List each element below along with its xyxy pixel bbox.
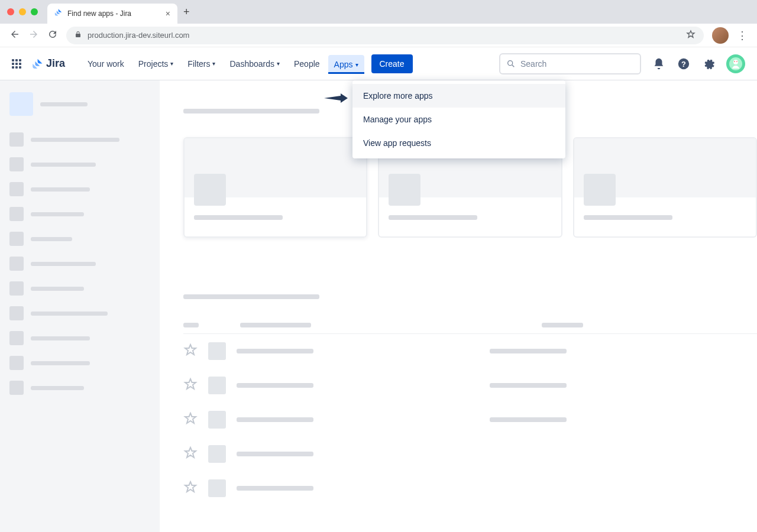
list-item[interactable] [183,368,757,403]
list-item[interactable] [183,437,757,471]
skeleton-icon [208,342,226,360]
nav-filters[interactable]: Filters▾ [182,54,221,73]
star-icon[interactable] [183,480,198,497]
sidebar [0,80,160,532]
skeleton-line [31,163,96,167]
sidebar-item[interactable] [9,279,150,298]
nav-people[interactable]: People [288,54,326,73]
help-icon[interactable]: ? [677,57,691,71]
sidebar-item[interactable] [9,229,150,248]
skeleton-line [490,417,567,422]
nav-label: Apps [334,60,353,69]
star-icon[interactable] [183,343,198,359]
jira-top-nav: Jira Your work Projects▾ Filters▾ Dashbo… [0,47,757,80]
skeleton-line [31,336,90,340]
back-button[interactable] [9,29,20,42]
maximize-window-button[interactable] [31,8,38,15]
svg-point-0 [508,60,513,65]
skeleton-icon [584,174,616,206]
sidebar-item[interactable] [9,205,150,223]
nav-label: Your work [88,59,124,69]
sidebar-item[interactable] [9,155,150,174]
minimize-window-button[interactable] [19,8,26,15]
dropdown-explore-apps[interactable]: Explore more apps [352,84,565,108]
forward-button[interactable] [28,29,39,42]
notifications-icon[interactable] [652,57,666,71]
jira-product-name: Jira [46,57,65,70]
settings-gear-icon[interactable] [701,57,716,71]
skeleton-icon [208,479,226,497]
card-header [185,138,366,197]
skeleton-line [490,349,567,353]
search-input[interactable]: Search [499,53,641,74]
skeleton-line [542,323,583,327]
skeleton-line [31,287,84,291]
dropdown-item-label: Explore more apps [363,91,433,100]
new-tab-button[interactable]: + [183,6,190,18]
section [183,294,757,505]
close-tab-icon[interactable]: × [166,9,170,18]
arrow-pointer-icon [324,92,348,106]
chevron-down-icon: ▾ [170,60,173,67]
nav-projects[interactable]: Projects▾ [132,54,180,73]
skeleton-line [237,417,313,422]
app-card[interactable] [573,137,757,238]
star-icon[interactable] [183,446,198,462]
skeleton-line [237,349,313,353]
reload-button[interactable] [47,29,58,42]
chevron-down-icon: ▾ [212,60,215,67]
list-item[interactable] [183,334,757,368]
jira-logo[interactable]: Jira [32,57,65,70]
skeleton-icon [9,281,24,296]
url-field[interactable]: production.jira-dev.siteurl.com [66,27,704,44]
nav-dashboards[interactable]: Dashboards▾ [224,54,286,73]
star-icon[interactable] [183,377,198,394]
sidebar-item[interactable] [9,353,150,372]
skeleton-icon [9,356,24,370]
create-button[interactable]: Create [371,54,413,73]
skeleton-icon [208,445,226,463]
sidebar-item[interactable] [9,130,150,149]
sidebar-item[interactable] [9,254,150,273]
skeleton-line [237,486,313,491]
nav-label: Dashboards [229,59,274,69]
svg-point-6 [734,61,735,62]
skeleton-line [237,452,313,456]
app-card[interactable] [183,137,367,238]
app-switcher-icon[interactable] [12,59,21,69]
chrome-profile-avatar[interactable] [712,27,729,44]
skeleton-line [31,312,108,316]
browser-tab[interactable]: Find new apps - Jira × [47,4,177,24]
skeleton-line [490,383,567,388]
sidebar-item[interactable] [9,180,150,199]
chevron-down-icon: ▾ [277,60,280,67]
skeleton-line [31,386,84,390]
skeleton-icon [9,232,24,246]
dropdown-manage-apps[interactable]: Manage your apps [352,108,565,131]
nav-label: Filters [187,59,210,69]
sidebar-item[interactable] [9,378,150,397]
list-item[interactable] [183,471,757,505]
nav-your-work[interactable]: Your work [82,54,130,73]
skeleton-icon [208,377,226,394]
nav-apps[interactable]: Apps▾ [328,55,364,74]
chrome-menu-icon[interactable]: ⋮ [737,29,748,42]
list-item[interactable] [183,403,757,437]
skeleton-line [584,215,672,220]
project-header[interactable] [9,92,150,116]
nav-label: People [294,59,320,69]
sidebar-item[interactable] [9,304,150,323]
user-avatar[interactable] [726,54,745,73]
bookmark-star-icon[interactable] [686,30,695,41]
skeleton-icon [389,174,420,206]
url-text: production.jira-dev.siteurl.com [88,31,680,40]
skeleton-icon [9,257,24,271]
svg-line-1 [512,65,514,67]
skeleton-line [389,215,477,220]
star-icon[interactable] [183,411,198,428]
browser-address-bar: production.jira-dev.siteurl.com ⋮ [0,24,757,47]
close-window-button[interactable] [7,8,14,15]
dropdown-app-requests[interactable]: View app requests [352,131,565,155]
sidebar-item[interactable] [9,329,150,348]
skeleton-line [31,237,72,241]
